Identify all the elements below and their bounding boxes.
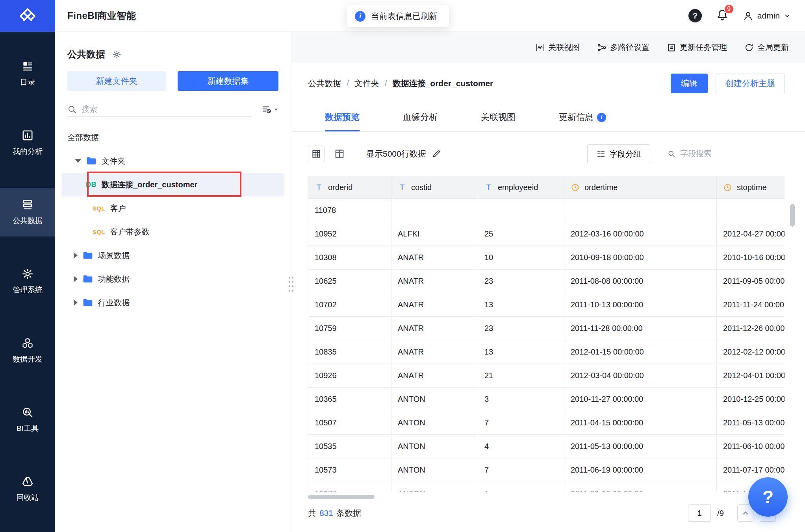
tree-item-folder[interactable]: 文件夹 [55, 149, 291, 173]
nav-label: BI工具 [17, 423, 39, 434]
field-search-input[interactable] [680, 149, 785, 158]
folder-icon [83, 275, 93, 283]
column-name: orderid [328, 183, 352, 192]
table-cell: ANATR [391, 364, 478, 388]
nav-item-data-dev[interactable]: 数据开发 [0, 326, 55, 375]
folder-icon [86, 157, 96, 165]
field-search[interactable] [668, 146, 785, 162]
notification-badge: 9 [724, 4, 734, 14]
table-cell: 10835 [308, 340, 391, 364]
tree-item-sql-customer[interactable]: SQL 客户 [55, 196, 291, 220]
new-folder-button[interactable]: 新建文件夹 [67, 71, 166, 91]
user-menu[interactable]: admin [743, 11, 791, 21]
floating-help-button[interactable]: ? [748, 477, 788, 517]
notifications-button[interactable]: 9 [716, 9, 729, 23]
tree-search-input[interactable] [82, 105, 252, 114]
page-input[interactable] [688, 504, 711, 522]
recycle-bin-icon [22, 476, 33, 488]
multipath-settings-action[interactable]: 多路径设置 [597, 42, 649, 53]
field-group-button[interactable]: 字段分组 [587, 144, 650, 163]
tree-sort-filter[interactable] [262, 104, 279, 115]
row-limit-label: 显示5000行数据 [366, 148, 441, 159]
sql-dataset-icon: SQL [93, 229, 105, 235]
table-cell [478, 199, 564, 222]
new-dataset-button[interactable]: 新建数据集 [178, 71, 278, 91]
breadcrumb-public-data[interactable]: 公共数据 [308, 78, 341, 89]
caret-collapsed-icon[interactable] [74, 252, 78, 259]
breadcrumb-folder[interactable]: 文件夹 [354, 78, 379, 89]
nav-item-bi-tools[interactable]: BI工具 [0, 395, 55, 444]
public-data-panel: 公共数据 新建文件夹 新建数据集 [55, 32, 291, 532]
tree-item-dataset-selected[interactable]: DB 数据连接_order_customer [62, 173, 284, 196]
catalog-icon [22, 60, 33, 72]
table-row: 11078 [308, 199, 785, 222]
tab-relation-view[interactable]: 关联视图 [481, 111, 516, 131]
sql-dataset-icon: SQL [93, 205, 105, 212]
table-row: 10952ALFKI252012-03-16 00:00:002012-04-2… [308, 222, 785, 246]
preview-controls: 显示5000行数据 字段分组 [291, 132, 805, 176]
tree-item-all-data[interactable]: 全部数据 [55, 126, 291, 149]
table-cell: 10535 [308, 435, 391, 458]
table-footer: 共831条数据 /9 [308, 501, 776, 525]
table-cell: 2010-12-25 00:00:00 [717, 388, 785, 411]
table-cell: ANATR [391, 317, 478, 340]
table-cell: 2012-04-01 00:00:00 [717, 364, 785, 388]
table-cell: 2011-11-24 00:00:00 [717, 293, 785, 317]
nav-item-catalog[interactable]: 目录 [0, 49, 55, 98]
caret-expanded-icon[interactable] [75, 159, 81, 163]
caret-collapsed-icon[interactable] [74, 276, 78, 282]
column-header-costid[interactable]: Tcostid [391, 176, 478, 199]
tree-item-sql-customer-params[interactable]: SQL 客户带参数 [55, 220, 291, 244]
table-cell: 21 [478, 364, 564, 388]
create-analysis-theme-button[interactable]: 创建分析主题 [716, 74, 785, 93]
tree-item-industry-data[interactable]: 行业数据 [55, 291, 291, 314]
data-dev-icon [22, 337, 33, 349]
update-task-action[interactable]: 更新任务管理 [667, 42, 727, 53]
edit-pencil-icon[interactable] [432, 149, 441, 159]
table-cell: 23 [478, 317, 564, 340]
relation-view-action[interactable]: 关联视图 [535, 42, 580, 53]
breadcrumb-row: 公共数据 / 文件夹 / 数据连接_order_customer 编辑 创建分析… [291, 63, 805, 104]
table-cell: ALFKI [391, 222, 478, 246]
panel-settings-gear-icon[interactable] [112, 50, 121, 59]
vertical-scrollbar-thumb[interactable] [790, 204, 795, 227]
tree-item-function-data[interactable]: 功能数据 [55, 267, 291, 291]
table-cell [717, 199, 785, 222]
tree-label: 客户带参数 [110, 227, 150, 237]
column-name: stoptime [737, 183, 767, 192]
table-cell: 10 [478, 246, 564, 270]
edit-button[interactable]: 编辑 [671, 74, 708, 93]
horizontal-scrollbar-thumb[interactable] [308, 495, 375, 499]
breadcrumb: 公共数据 / 文件夹 / 数据连接_order_customer [308, 78, 493, 89]
table-cell: 10952 [308, 222, 391, 246]
table-row: 10759ANATR232011-11-28 00:00:002011-12-2… [308, 317, 785, 340]
caret-collapsed-icon[interactable] [74, 299, 78, 306]
panel-resize-handle[interactable] [288, 275, 294, 292]
tab-lineage-analysis[interactable]: 血缘分析 [403, 111, 438, 131]
table-cell: 25 [478, 222, 564, 246]
caret-down-icon [273, 107, 279, 112]
tree-search[interactable] [67, 102, 252, 117]
nav-item-admin-system[interactable]: 管理系统 [0, 257, 55, 306]
app-logo [0, 0, 55, 32]
table-cell: 2012-03-04 00:00:00 [564, 364, 717, 388]
tab-data-preview[interactable]: 数据预览 [325, 111, 360, 131]
table-cell [391, 199, 478, 222]
nav-label: 管理系统 [13, 285, 43, 295]
nav-item-public-data[interactable]: 公共数据 [0, 188, 55, 236]
column-header-stoptime[interactable]: stoptime [717, 176, 785, 199]
grid-view-toggle[interactable] [308, 146, 325, 162]
primary-nav: 目录 我的分析 公共数据 管理系统 [0, 32, 55, 514]
table-cell: 2012-01-15 00:00:00 [564, 340, 717, 364]
column-header-orderid[interactable]: Torderid [308, 176, 391, 199]
card-view-toggle[interactable] [334, 148, 345, 159]
nav-item-recycle-bin[interactable]: 回收站 [0, 465, 55, 514]
help-icon[interactable]: ? [688, 9, 702, 22]
column-header-ordertime[interactable]: ordertime [564, 176, 717, 199]
nav-item-my-analysis[interactable]: 我的分析 [0, 118, 55, 167]
tab-update-info[interactable]: 更新信息 i [559, 111, 606, 131]
tree-item-scene-data[interactable]: 场景数据 [55, 244, 291, 267]
table-cell: 4 [478, 435, 564, 458]
global-update-action[interactable]: 全局更新 [744, 42, 789, 53]
column-header-employeeid[interactable]: Temployeeid [478, 176, 564, 199]
